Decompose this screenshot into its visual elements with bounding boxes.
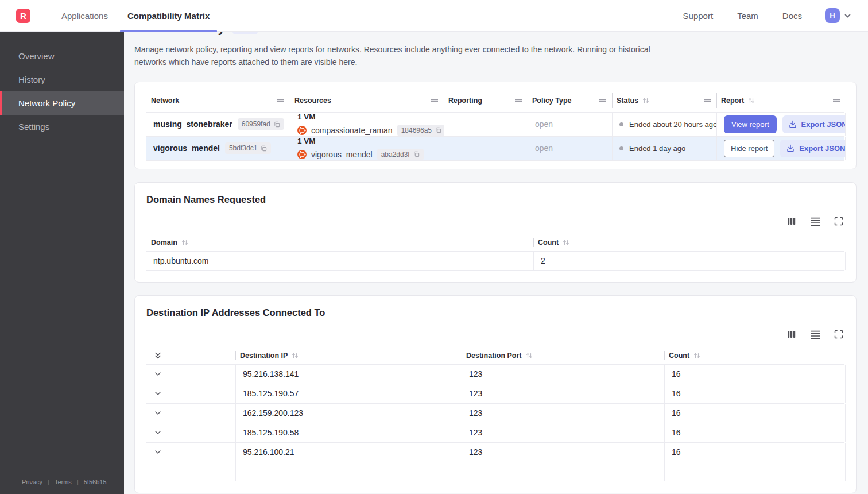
page-description: Manage network policy, reporting and vie… — [134, 43, 857, 69]
column-header-network: Network — [146, 89, 290, 112]
column-resize-handle-icon[interactable] — [599, 98, 607, 103]
nav-link-team[interactable]: Team — [737, 11, 758, 21]
nav-link-support[interactable]: Support — [683, 11, 714, 21]
destination-ip-cell: 95.216.100.21 — [235, 443, 462, 462]
sidebar-item-history[interactable]: History — [0, 68, 124, 91]
tab-compatibility-matrix[interactable]: Compatibility Matrix — [118, 0, 219, 32]
column-header-domain[interactable]: Domain — [146, 234, 533, 251]
terms-link[interactable]: Terms — [55, 478, 72, 485]
chevron-down-icon — [154, 389, 162, 397]
row-expander[interactable] — [146, 423, 235, 442]
status-dot — [619, 146, 623, 150]
sidebar-item-network-policy[interactable]: Network Policy — [0, 91, 124, 115]
sidebar-item-settings[interactable]: Settings — [0, 115, 124, 138]
row-expander[interactable] — [146, 365, 235, 384]
view-report-button[interactable]: View report — [724, 115, 777, 133]
sidebar-footer: Privacy | Terms | 5f56b15 — [0, 470, 124, 494]
list-icon[interactable] — [810, 330, 820, 339]
copy-icon[interactable] — [261, 145, 267, 152]
sort-icon[interactable] — [292, 352, 299, 359]
sort-icon[interactable] — [526, 352, 533, 359]
domain-names-card: Domain Names Requested Domain Count ntp.… — [134, 182, 857, 283]
user-avatar[interactable]: H — [825, 8, 840, 23]
row-expander[interactable] — [146, 404, 235, 423]
columns-icon[interactable] — [786, 217, 796, 226]
destination-port-cell: 123 — [462, 423, 664, 442]
resource-hash-badge: 184696a5 — [397, 125, 444, 136]
column-resize-handle-icon[interactable] — [514, 98, 522, 103]
destination-row: 185.125.190.57 123 16 — [146, 384, 844, 403]
destination-row-partial — [146, 462, 844, 481]
column-resize-handle-icon[interactable] — [431, 98, 439, 103]
column-header-reporting: Reporting — [444, 89, 528, 112]
network-row-musing-stonebraker[interactable]: musing_stonebraker 60959fad 1 VM compass… — [146, 112, 844, 136]
destination-row: 162.159.200.123 123 16 — [146, 403, 844, 423]
fullscreen-icon[interactable] — [834, 330, 843, 339]
footer-divider: | — [48, 478, 49, 485]
network-hash-badge: 60959fad — [238, 118, 284, 130]
network-name-cell: musing_stonebraker 60959fad — [146, 113, 290, 136]
policy-type-cell: open — [528, 137, 612, 160]
navbar-right: Support Team Docs H — [659, 8, 852, 23]
row-expander[interactable] — [146, 384, 235, 403]
destination-ip-cell: 185.125.190.58 — [235, 423, 462, 442]
tab-applications[interactable]: Applications — [52, 0, 118, 32]
copy-icon[interactable] — [274, 121, 280, 128]
destination-row: 95.216.138.141 123 16 — [146, 364, 844, 384]
copy-icon[interactable] — [435, 127, 441, 133]
footer-divider: | — [77, 478, 79, 485]
nav-link-docs[interactable]: Docs — [782, 11, 802, 21]
ubuntu-icon — [297, 126, 307, 135]
privacy-link[interactable]: Privacy — [22, 478, 42, 485]
fullscreen-icon[interactable] — [834, 217, 843, 226]
column-header-destination-ip[interactable]: Destination IP — [235, 347, 462, 364]
export-json-button[interactable]: Export JSON — [780, 140, 846, 157]
primary-tabs: Applications Compatibility Matrix — [52, 0, 219, 32]
column-resize-handle-icon[interactable] — [832, 98, 840, 103]
table-toolbar — [146, 217, 843, 226]
status-cell: Ended 1 day ago — [612, 137, 716, 160]
chevron-down-icon — [154, 429, 162, 437]
row-expander[interactable] — [146, 443, 235, 462]
sidebar-item-overview[interactable]: Overview — [0, 44, 124, 68]
network-row-vigorous-mendel[interactable]: vigorous_mendel 5bdf3dc1 1 VM vigorous_m… — [146, 136, 844, 161]
reporting-cell: – — [444, 137, 528, 160]
column-header-destination-port[interactable]: Destination Port — [462, 347, 664, 364]
network-hash-badge: 5bdf3dc1 — [225, 142, 271, 154]
app-logo[interactable]: R — [16, 9, 30, 23]
column-resize-handle-icon[interactable] — [703, 98, 711, 103]
sort-icon[interactable] — [748, 97, 755, 104]
column-header-count[interactable]: Count — [533, 234, 846, 251]
column-header-status[interactable]: Status — [612, 89, 716, 112]
hide-report-button[interactable]: Hide report — [724, 140, 774, 157]
double-chevron-down-icon[interactable] — [154, 352, 162, 360]
networks-table-card: Network Resources Reporting Policy Type … — [134, 82, 857, 169]
destination-row: 185.125.190.58 123 16 — [146, 423, 844, 442]
count-cell: 16 — [664, 404, 846, 423]
export-json-button[interactable]: Export JSON — [782, 115, 846, 133]
column-header-report[interactable]: Report — [716, 89, 846, 112]
chevron-down-icon[interactable] — [843, 11, 852, 20]
column-header-count[interactable]: Count — [664, 347, 846, 364]
resources-cell: 1 VM vigorous_mendel aba2dd3f — [290, 137, 444, 160]
page-description-line1: Manage network policy, reporting and vie… — [134, 45, 650, 54]
sort-icon[interactable] — [181, 239, 188, 246]
domains-table-header: Domain Count — [146, 234, 844, 251]
destination-port-cell: 123 — [462, 404, 664, 423]
sort-icon[interactable] — [563, 239, 569, 246]
resource-hash-badge: aba2dd3f — [377, 149, 424, 160]
destination-ip-cell: 95.216.138.141 — [235, 365, 462, 384]
list-icon[interactable] — [810, 217, 820, 226]
destination-port-cell: 123 — [462, 384, 664, 403]
sort-icon[interactable] — [693, 352, 700, 359]
chevron-down-icon — [154, 370, 162, 378]
sort-icon[interactable] — [642, 97, 649, 104]
sidebar: Overview History Network Policy Settings… — [0, 32, 124, 494]
count-cell: 16 — [664, 443, 846, 462]
network-name-cell: vigorous_mendel 5bdf3dc1 — [146, 137, 290, 160]
destination-ip-cell: 162.159.200.123 — [235, 404, 462, 423]
resources-cell: 1 VM compassionate_raman 184696a5 — [290, 113, 444, 136]
column-resize-handle-icon[interactable] — [277, 98, 285, 103]
copy-icon[interactable] — [413, 151, 420, 157]
columns-icon[interactable] — [786, 330, 796, 339]
